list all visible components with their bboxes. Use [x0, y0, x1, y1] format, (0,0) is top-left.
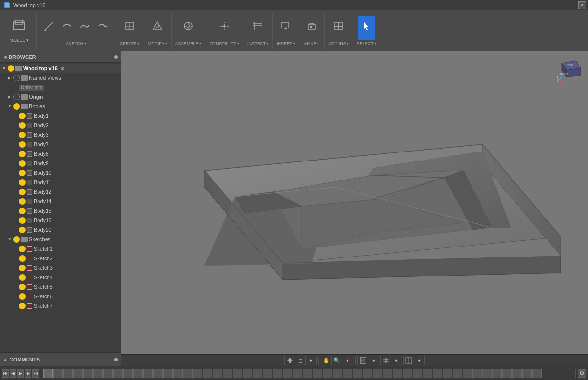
timeline-icon-39[interactable]: [423, 369, 432, 378]
tree-item-body10[interactable]: Body10: [0, 168, 121, 178]
display-mode-btn[interactable]: [358, 356, 368, 365]
tree-item-bodies[interactable]: ▼ Bodies: [0, 102, 121, 111]
addins-btn[interactable]: [330, 16, 347, 40]
sketch7-eye[interactable]: [19, 303, 26, 309]
timeline-icon-14[interactable]: [173, 369, 183, 378]
timeline-icon-50[interactable]: [532, 369, 542, 378]
timeline-icon-16[interactable]: [193, 369, 202, 378]
create-btn[interactable]: [121, 16, 138, 40]
timeline-icon-36[interactable]: [393, 369, 402, 378]
tree-item-body8[interactable]: Body8: [0, 149, 121, 159]
comments-collapse-btn[interactable]: ▲: [3, 357, 8, 362]
body10-eye[interactable]: [19, 170, 26, 176]
timeline-icon-3[interactable]: [63, 369, 73, 378]
tree-item-origin[interactable]: ▶ Origin: [0, 92, 121, 102]
body14-eye[interactable]: [19, 198, 26, 205]
timeline-icon-23[interactable]: [263, 369, 272, 378]
timeline-icon-8[interactable]: [113, 369, 123, 378]
timeline-icon-37[interactable]: [403, 369, 412, 378]
tree-root-item[interactable]: ▼ Wood top v16 ⚙: [0, 64, 121, 73]
body7-eye[interactable]: [19, 141, 26, 148]
timeline-icon-34[interactable]: [373, 369, 382, 378]
timeline-icon-5[interactable]: [83, 369, 93, 378]
body16-eye[interactable]: [19, 217, 26, 224]
modify-btn[interactable]: [149, 16, 166, 40]
tree-item-named-views[interactable]: ▶ Named Views: [0, 73, 121, 83]
sketch5-eye[interactable]: [19, 284, 26, 290]
viewport-btn[interactable]: [404, 356, 414, 365]
tree-item-body20[interactable]: Body20: [0, 225, 121, 235]
settings-btn[interactable]: ⚙: [578, 369, 586, 378]
tree-item-body11[interactable]: Body11: [0, 178, 121, 187]
make-btn[interactable]: [303, 16, 320, 40]
body20-eye[interactable]: [19, 227, 26, 233]
sketches-eye[interactable]: [13, 236, 20, 243]
timeline-icon-47[interactable]: [502, 369, 512, 378]
timeline-icon-13[interactable]: [163, 369, 173, 378]
tree-item-body9[interactable]: Body9: [0, 159, 121, 168]
insert-btn[interactable]: [277, 16, 294, 40]
tree-item-body1[interactable]: Body1: [0, 111, 121, 121]
body11-eye[interactable]: [19, 179, 26, 186]
tree-item-units[interactable]: Units: mm: [0, 83, 121, 92]
timeline-start-btn[interactable]: ⏮: [2, 369, 9, 378]
timeline-icon-27[interactable]: [303, 369, 312, 378]
sketch-btn-2[interactable]: [58, 16, 76, 40]
timeline-icon-38[interactable]: [413, 369, 422, 378]
sketch-btn-4[interactable]: [95, 16, 112, 40]
timeline-icon-26[interactable]: [293, 369, 302, 378]
timeline-icon-18[interactable]: [213, 369, 222, 378]
tree-item-sketch4[interactable]: Sketch4: [0, 273, 121, 282]
timeline-icon-25[interactable]: [283, 369, 292, 378]
tree-item-sketch2[interactable]: Sketch2: [0, 254, 121, 263]
timeline-icon-44[interactable]: [472, 369, 482, 378]
pan-btn[interactable]: ✋: [321, 356, 332, 365]
nav-arrows-btn[interactable]: ▾: [306, 356, 316, 365]
timeline-icon-29[interactable]: [323, 369, 332, 378]
root-eye-icon[interactable]: [8, 65, 14, 72]
nav-orbit-btn[interactable]: ◻: [295, 356, 306, 365]
comments-options-btn[interactable]: [114, 358, 118, 361]
timeline-next-btn[interactable]: ▶: [25, 369, 31, 378]
tree-item-sketch6[interactable]: Sketch6: [0, 292, 121, 301]
sketch-btn-1[interactable]: [40, 16, 58, 40]
tree-item-sketch5[interactable]: Sketch5: [0, 282, 121, 292]
timeline-icon-31[interactable]: [343, 369, 352, 378]
timeline-icon-42[interactable]: [453, 369, 462, 378]
sketch-btn-3[interactable]: [77, 16, 94, 40]
timeline-icon-1[interactable]: [43, 369, 53, 378]
display-dropdown-1[interactable]: ▾: [368, 356, 379, 365]
timeline-icon-10[interactable]: [133, 369, 143, 378]
body9-eye[interactable]: [19, 160, 26, 167]
timeline-icon-48[interactable]: [512, 369, 522, 378]
timeline-icon-24[interactable]: [273, 369, 282, 378]
tree-item-body3[interactable]: Body3: [0, 130, 121, 140]
view-cube[interactable]: TOP FRONT: [555, 56, 583, 85]
root-settings-icon[interactable]: ⚙: [60, 66, 65, 71]
grid-btn[interactable]: [381, 356, 391, 365]
timeline-icon-15[interactable]: [183, 369, 193, 378]
timeline-icon-32[interactable]: [353, 369, 362, 378]
zoom-btn[interactable]: 🔍: [332, 356, 342, 365]
viewport[interactable]: TOP FRONT ◻ ▾ ✋: [121, 51, 588, 366]
body12-eye[interactable]: [19, 189, 26, 195]
timeline-icon-33[interactable]: [363, 369, 372, 378]
tree-item-body12[interactable]: Body12: [0, 187, 121, 197]
body3-eye[interactable]: [19, 132, 26, 138]
timeline-end-btn[interactable]: ⏭: [32, 369, 39, 378]
tree-item-sketch3[interactable]: Sketch3: [0, 263, 121, 273]
timeline-icon-19[interactable]: [223, 369, 232, 378]
sketch4-eye[interactable]: [19, 274, 26, 281]
timeline-play-btn[interactable]: ▶: [17, 369, 24, 378]
model-button[interactable]: MODEL ▾: [6, 16, 32, 46]
tree-item-body2[interactable]: Body2: [0, 121, 121, 130]
timeline-icon-9[interactable]: [123, 369, 133, 378]
sketch3-eye[interactable]: [19, 265, 26, 271]
timeline-icon-6[interactable]: [93, 369, 103, 378]
timeline-icon-11[interactable]: [143, 369, 153, 378]
timeline-icon-35[interactable]: [383, 369, 392, 378]
body15-eye[interactable]: [19, 208, 26, 214]
tree-item-body7[interactable]: Body7: [0, 140, 121, 149]
timeline-icon-2[interactable]: [53, 369, 63, 378]
tree-item-sketches[interactable]: ▼ Sketches: [0, 235, 121, 244]
